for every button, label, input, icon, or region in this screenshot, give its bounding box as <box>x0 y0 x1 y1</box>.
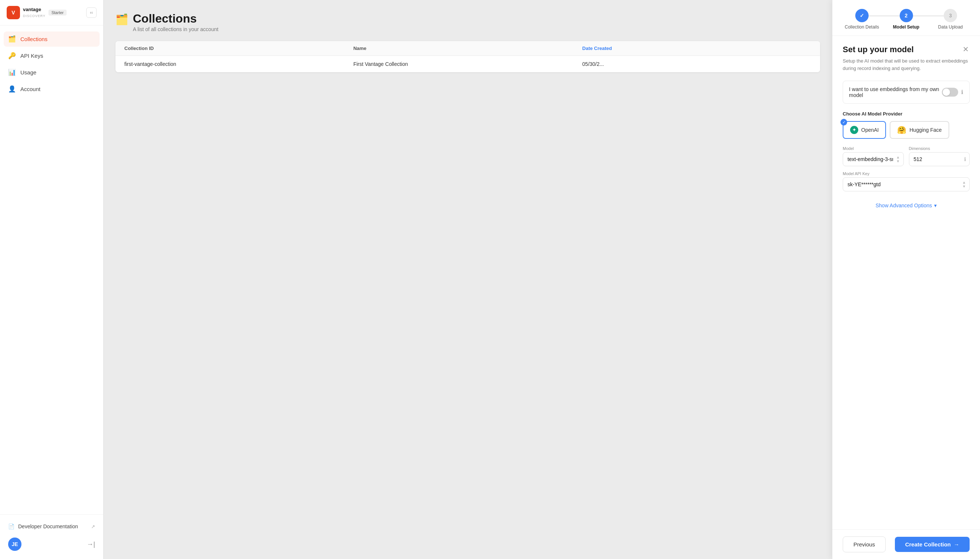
account-icon: 👤 <box>8 85 16 93</box>
dimensions-field: Dimensions ℹ <box>909 146 970 166</box>
logo-area: V vantageDISCOVERY Starter <box>7 6 67 19</box>
model-label: Model <box>843 146 904 150</box>
api-keys-icon: 🔑 <box>8 52 16 60</box>
panel-title: Set up your model <box>843 45 914 55</box>
panel-title-row: Set up your model ✕ <box>843 45 970 55</box>
api-key-stepper-icon: ▲▼ <box>962 180 966 189</box>
huggingface-icon: 🤗 <box>897 126 906 134</box>
sidebar-item-api-keys[interactable]: 🔑 API Keys <box>4 48 99 63</box>
step-model-setup: 2 Model Setup <box>884 9 929 30</box>
usage-icon: 📊 <box>8 68 16 76</box>
sidebar-item-label: Collections <box>20 36 47 42</box>
openai-icon: ✦ <box>850 126 858 134</box>
panel-body: Set up your model ✕ Setup the AI model t… <box>832 36 980 529</box>
panel-footer: Previous Create Collection → <box>832 529 980 559</box>
collapse-sidebar-button[interactable]: ‹‹ <box>86 7 97 18</box>
sidebar-item-usage[interactable]: 📊 Usage <box>4 65 99 80</box>
api-key-input[interactable] <box>843 177 970 192</box>
sidebar-item-account[interactable]: 👤 Account <box>4 81 99 97</box>
provider-huggingface-button[interactable]: 🤗 Hugging Face <box>890 121 949 139</box>
sidebar-item-label: Usage <box>20 69 36 76</box>
user-row: JE →| <box>4 534 99 554</box>
dimensions-input[interactable] <box>909 152 970 166</box>
advanced-options-link[interactable]: Show Advanced Options ▾ <box>843 199 970 212</box>
step-label-2: Model Setup <box>893 25 919 30</box>
sidebar-item-label: Account <box>20 86 40 92</box>
panel-description: Setup the AI model that will be used to … <box>843 57 970 72</box>
step-circle-3: 3 <box>944 9 957 22</box>
col-header-date: Date Created <box>582 46 811 51</box>
close-panel-button[interactable]: ✕ <box>962 45 970 54</box>
chevron-down-icon: ▾ <box>934 202 937 208</box>
page-title: Collections <box>133 12 218 26</box>
sidebar-header: V vantageDISCOVERY Starter ‹‹ <box>0 0 103 26</box>
logout-button[interactable]: →| <box>87 541 95 548</box>
nav-items: 🗂️ Collections 🔑 API Keys 📊 Usage 👤 Acco… <box>0 26 103 514</box>
page-header-text: Collections A list of all collections in… <box>133 12 218 32</box>
col-header-id: Collection ID <box>124 46 353 51</box>
arrow-right-icon: → <box>954 541 959 547</box>
table-header: Collection ID Name Date Created <box>115 41 820 56</box>
developer-docs-link[interactable]: 📄 Developer Documentation ↗ <box>4 520 99 533</box>
sidebar-item-collections[interactable]: 🗂️ Collections <box>4 31 99 46</box>
step-label-3: Data Upload <box>938 25 963 30</box>
toggle-info-icon: ℹ <box>961 89 964 96</box>
page-header-icon: 🗂️ <box>115 13 129 26</box>
provider-selected-check: ✓ <box>840 119 847 126</box>
advanced-options-label: Show Advanced Options <box>876 202 932 208</box>
previous-button[interactable]: Previous <box>843 536 886 552</box>
toggle-label: I want to use embeddings from my own mod… <box>849 86 942 98</box>
dev-docs-left: 📄 Developer Documentation <box>8 523 78 529</box>
embedding-toggle[interactable] <box>942 88 958 97</box>
logo-text: vantageDISCOVERY <box>23 7 46 18</box>
logo-name: vantageDISCOVERY <box>23 7 46 18</box>
step-collection-details: ✓ Collection Details <box>840 9 884 30</box>
cell-collection-name: First Vantage Collection <box>353 61 582 67</box>
col-header-name: Name <box>353 46 582 51</box>
starter-badge: Starter <box>48 10 67 15</box>
collections-table: Collection ID Name Date Created first-va… <box>115 41 820 72</box>
dimensions-info-icon: ℹ <box>964 156 966 162</box>
user-avatar: JE <box>8 538 21 551</box>
model-input[interactable] <box>843 152 904 166</box>
api-key-label: Model API Key <box>843 171 970 176</box>
page-header: 🗂️ Collections A list of all collections… <box>115 12 820 32</box>
step-circle-1: ✓ <box>855 9 869 22</box>
create-collection-label: Create Collection <box>905 541 951 547</box>
model-field: Model ▲▼ <box>843 146 904 166</box>
stepper: ✓ Collection Details 2 Model Setup 3 Dat… <box>832 0 980 36</box>
provider-openai-label: OpenAI <box>861 127 879 133</box>
provider-openai-button[interactable]: ✓ ✦ OpenAI <box>843 121 886 139</box>
cell-collection-id: first-vantage-collection <box>124 61 353 67</box>
right-panel: ✓ Collection Details 2 Model Setup 3 Dat… <box>832 0 980 559</box>
cell-collection-date: 05/30/2... <box>582 61 811 67</box>
page-subtitle: A list of all collections in your accoun… <box>133 26 218 32</box>
logo-icon: V <box>7 6 20 19</box>
provider-section-label: Choose AI Model Provider <box>843 111 970 117</box>
dimensions-label: Dimensions <box>909 146 970 150</box>
api-key-field: Model API Key ▲▼ <box>843 171 970 192</box>
toggle-row: I want to use embeddings from my own mod… <box>843 81 970 104</box>
step-data-upload: 3 Data Upload <box>928 9 973 30</box>
model-dimensions-row: Model ▲▼ Dimensions ℹ <box>843 146 970 166</box>
collections-icon: 🗂️ <box>8 35 16 43</box>
doc-icon: 📄 <box>8 523 15 529</box>
step-circle-2: 2 <box>900 9 913 22</box>
dev-docs-label: Developer Documentation <box>18 523 78 529</box>
external-link-icon: ↗ <box>91 524 95 529</box>
table-row[interactable]: first-vantage-collection First Vantage C… <box>115 56 820 72</box>
step-label-1: Collection Details <box>845 25 879 30</box>
sidebar-item-label: API Keys <box>20 53 43 59</box>
sidebar: V vantageDISCOVERY Starter ‹‹ 🗂️ Collect… <box>0 0 104 559</box>
provider-options: ✓ ✦ OpenAI 🤗 Hugging Face <box>843 121 970 139</box>
provider-hf-label: Hugging Face <box>909 127 942 133</box>
create-collection-button[interactable]: Create Collection → <box>895 537 970 552</box>
sidebar-footer: 📄 Developer Documentation ↗ JE →| <box>0 514 103 559</box>
main-content: 🗂️ Collections A list of all collections… <box>104 0 832 559</box>
model-stepper-icon: ▲▼ <box>896 155 900 163</box>
